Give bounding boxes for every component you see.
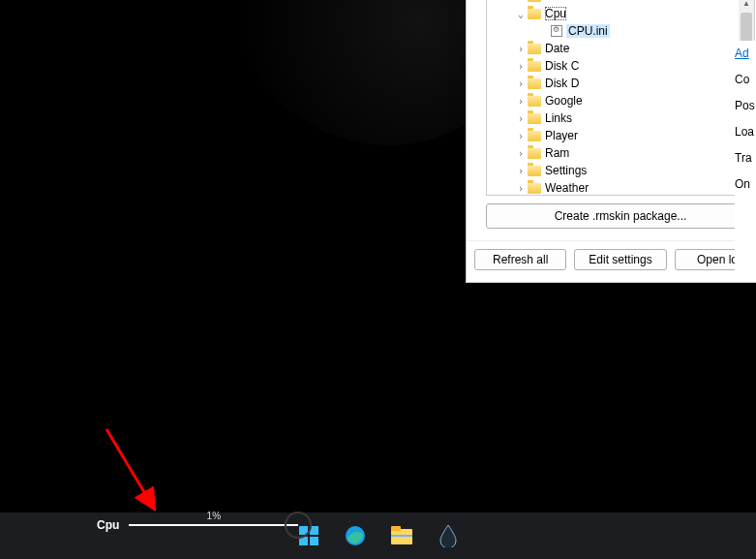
folder-icon (528, 78, 541, 89)
edge-browser-icon[interactable] (336, 516, 375, 555)
svg-line-0 (106, 429, 153, 507)
folder-icon (528, 0, 541, 2)
tree-item-label: Settings (545, 164, 587, 177)
tree-item-label: Date (545, 42, 569, 55)
ini-file-icon (551, 25, 562, 37)
svg-rect-8 (391, 535, 412, 537)
tree-item-label: Clock (545, 0, 574, 3)
tree-item[interactable]: CPU.ini (491, 22, 735, 40)
rainmeter-manage-dialog: Clock⌄CpuCPU.ini›Date›Disk C›Disk D›Goog… (466, 0, 756, 283)
tree-item-label: Ram (545, 146, 569, 160)
folder-icon (528, 44, 541, 54)
tree-item-label: Cpu (545, 7, 566, 20)
expand-icon[interactable]: › (514, 111, 528, 125)
skin-tree-pane: Clock⌄CpuCPU.ini›Date›Disk C›Disk D›Goog… (486, 0, 755, 196)
annotation-arrow (97, 424, 174, 521)
tree-item[interactable]: ›Links (491, 109, 735, 127)
expand-icon[interactable]: › (514, 181, 528, 195)
cpu-ring-gauge (285, 512, 312, 539)
tree-item[interactable]: ›Disk C (491, 57, 735, 75)
folder-icon (528, 61, 541, 72)
edit-settings-button[interactable]: Edit settings (574, 249, 666, 270)
tree-item-label: Disk D (545, 77, 579, 90)
skin-tree[interactable]: Clock⌄CpuCPU.ini›Date›Disk C›Disk D›Goog… (487, 0, 739, 195)
rainmeter-icon[interactable] (429, 516, 468, 555)
folder-icon (528, 96, 541, 107)
prop-on-label: On (735, 177, 756, 191)
tree-item[interactable]: ›Settings (491, 162, 735, 179)
tree-item-label: CPU.ini (566, 24, 610, 38)
expand-placeholder (514, 0, 528, 3)
folder-icon (528, 113, 541, 124)
expand-icon[interactable]: › (514, 59, 528, 73)
folder-icon (528, 148, 541, 159)
folder-icon (528, 131, 541, 141)
tree-item[interactable]: ›Disk D (491, 75, 735, 92)
add-link[interactable]: Ad (735, 47, 756, 60)
tree-item-label: Player (545, 129, 578, 142)
scroll-up-button[interactable]: ▲ (739, 0, 754, 11)
folder-icon (528, 183, 541, 194)
tree-item[interactable]: ›Google (491, 92, 735, 109)
collapse-icon[interactable]: ⌄ (514, 7, 528, 20)
tree-item[interactable]: ⌄Cpu (491, 5, 735, 22)
prop-position-label: Pos (735, 99, 756, 112)
tree-item-label: Links (545, 111, 572, 125)
cpu-widget-label: Cpu (97, 518, 119, 532)
folder-icon (528, 166, 541, 176)
cpu-bar (129, 524, 298, 526)
expand-icon[interactable]: › (514, 94, 528, 108)
file-explorer-icon[interactable] (382, 516, 421, 555)
svg-rect-7 (391, 526, 401, 531)
tree-item[interactable]: ›Date (491, 40, 735, 57)
tree-item[interactable]: ›Ram (491, 144, 735, 162)
prop-load-label: Loa (735, 125, 756, 139)
create-rmskin-button[interactable]: Create .rmskin package... (486, 203, 755, 229)
expand-icon[interactable]: › (514, 129, 528, 142)
expand-icon[interactable]: › (514, 77, 528, 90)
tree-item[interactable]: ›Weather (491, 179, 735, 196)
tree-item-label: Google (545, 94, 583, 108)
expand-icon[interactable]: › (514, 146, 528, 160)
cpu-widget[interactable]: Cpu 1% (97, 512, 312, 539)
right-properties-panel: Ad Co Pos Loa Tra On (735, 41, 756, 279)
cpu-percent-text: 1% (129, 511, 298, 521)
tree-item-label: Weather (545, 181, 589, 195)
expand-icon[interactable]: › (514, 42, 528, 55)
cpu-bar-wrap: 1% (129, 524, 298, 526)
folder-icon (528, 9, 541, 19)
tree-item-label: Disk C (545, 59, 579, 73)
bottom-button-row: Refresh all Edit settings Open log (467, 240, 756, 282)
expand-placeholder (537, 24, 551, 38)
expand-icon[interactable]: › (514, 164, 528, 177)
prop-coordinates-label: Co (735, 73, 756, 86)
refresh-all-button[interactable]: Refresh all (474, 249, 566, 270)
tree-item[interactable]: ›Player (491, 127, 735, 144)
prop-transparency-label: Tra (735, 151, 756, 165)
